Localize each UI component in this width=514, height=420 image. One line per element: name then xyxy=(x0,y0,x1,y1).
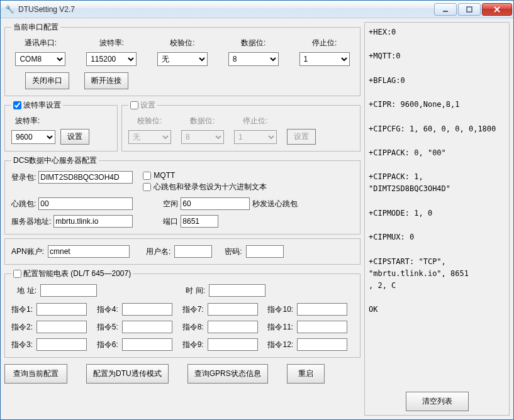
baud2-select[interactable]: 9600 xyxy=(11,130,55,144)
port-select[interactable]: COM8 xyxy=(15,52,65,66)
user-label: 用户名: xyxy=(146,246,170,257)
baud2-label: 波特率: xyxy=(11,116,40,126)
baud-config-group: 波特率设置 波特率: 9600 设置 xyxy=(4,100,118,152)
cmd2-label: 指令2: xyxy=(11,322,33,333)
meter-group: 配置智能电表 (DL/T 645—2007) 地 址: 时 间: 指令1: 指令… xyxy=(4,268,360,358)
login-input[interactable] xyxy=(38,171,133,184)
cmd11-input[interactable] xyxy=(297,321,347,333)
stop2-select: 1 xyxy=(234,130,277,144)
time-input[interactable] xyxy=(209,284,265,297)
reboot-button[interactable]: 重启 xyxy=(287,364,325,384)
meter-checkbox[interactable] xyxy=(13,270,21,278)
hex-check-row[interactable]: 心跳包和登录包设为十六进制文本 xyxy=(143,182,267,192)
cmd3-input[interactable] xyxy=(36,338,87,351)
port-label: 通讯串口: xyxy=(25,38,57,48)
serial-config-group: 当前串口配置 通讯串口: COM8 波特率: 115200 校验位: 无 xyxy=(4,22,360,96)
apn-group: APN账户: 用户名: 密码: xyxy=(4,238,360,265)
cmd6-label: 指令6: xyxy=(97,340,118,350)
cmd2-input[interactable] xyxy=(36,321,87,333)
login-label: 登录包: xyxy=(11,172,36,183)
baud-label: 波特率: xyxy=(99,38,124,48)
cmd9-input[interactable] xyxy=(208,338,258,351)
parity-select[interactable]: 无 xyxy=(157,52,208,66)
settings-group: 设置 校验位: 数据位: 停止位: 无 8 1 设置 xyxy=(121,100,360,152)
minimize-button[interactable] xyxy=(434,3,457,16)
cmd11-label: 指令11: xyxy=(267,322,293,333)
dcs-group: DCS数据中心服务器配置 登录包: MQTT 心跳包和登录包设为十六进制 xyxy=(4,155,360,235)
cmd5-input[interactable] xyxy=(122,321,172,333)
heartbeat-input[interactable] xyxy=(38,197,133,210)
pass-input[interactable] xyxy=(246,245,284,258)
baud-config-checkbox[interactable] xyxy=(13,101,21,109)
stop-label: 停止位: xyxy=(312,38,337,48)
right-panel: +HEX:0 +MQTT:0 +BFLAG:0 +CIPR: 9600,None… xyxy=(364,22,510,416)
parity2-label: 校验位: xyxy=(128,116,171,126)
hex-label: 心跳包和登录包设为十六进制文本 xyxy=(154,182,267,192)
cmd10-label: 指令10: xyxy=(267,304,293,315)
settings-set-button: 设置 xyxy=(287,129,316,145)
titlebar: 🔧 DTUSetting V2.7 xyxy=(1,1,513,18)
serial-config-legend: 当前串口配置 xyxy=(11,22,60,33)
port-label2: 端口 xyxy=(163,216,178,227)
close-port-button[interactable]: 关闭串口 xyxy=(25,72,69,89)
cmd4-input[interactable] xyxy=(122,303,172,316)
heartbeat-label: 心跳包: xyxy=(11,199,36,209)
server-label: 服务器地址: xyxy=(11,216,51,227)
server-input[interactable] xyxy=(53,215,133,228)
cmd1-label: 指令1: xyxy=(11,304,33,315)
cmd4-label: 指令4: xyxy=(97,304,118,315)
data2-label: 数据位: xyxy=(181,116,224,126)
stop-select[interactable]: 1 xyxy=(299,52,350,66)
idle-input[interactable] xyxy=(181,197,250,210)
wrench-icon: 🔧 xyxy=(4,4,14,14)
idle-label: 空闲 xyxy=(163,199,178,209)
data-select[interactable]: 8 xyxy=(228,52,279,66)
cmd9-label: 指令9: xyxy=(182,340,204,350)
log-output: +HEX:0 +MQTT:0 +BFLAG:0 +CIPR: 9600,None… xyxy=(369,26,505,388)
set-dtu-button[interactable]: 配置为DTU透传模式 xyxy=(86,364,169,384)
cmd6-input[interactable] xyxy=(122,338,172,351)
apn-label: APN账户: xyxy=(11,246,44,257)
cmd7-input[interactable] xyxy=(208,303,258,316)
mqtt-checkbox[interactable] xyxy=(143,172,151,180)
disconnect-button[interactable]: 断开连接 xyxy=(84,72,128,89)
settings-legend: 设置 xyxy=(128,100,157,111)
baud-set-button[interactable]: 设置 xyxy=(60,129,89,145)
close-button[interactable] xyxy=(482,3,512,16)
cmd7-label: 指令7: xyxy=(182,304,204,315)
stop2-label: 停止位: xyxy=(234,116,277,126)
cmd5-label: 指令5: xyxy=(97,322,118,333)
data-label: 数据位: xyxy=(241,38,265,48)
svg-rect-1 xyxy=(467,7,472,12)
cmd12-label: 指令12: xyxy=(267,340,293,350)
cmd10-input[interactable] xyxy=(297,303,347,316)
maximize-button[interactable] xyxy=(458,3,481,16)
meter-cmd-grid: 指令1: 指令4: 指令7: 指令10: 指令2: 指令5: 指令8: 指令11… xyxy=(11,303,354,351)
cmd12-input[interactable] xyxy=(297,338,347,351)
cmd1-input[interactable] xyxy=(36,303,87,316)
baud-select[interactable]: 115200 xyxy=(86,52,137,66)
user-input[interactable] xyxy=(174,245,212,258)
content-area: 当前串口配置 通讯串口: COM8 波特率: 115200 校验位: 无 xyxy=(1,18,513,419)
settings-checkbox[interactable] xyxy=(130,101,138,109)
window-title: DTUSetting V2.7 xyxy=(18,5,433,14)
addr-input[interactable] xyxy=(40,284,97,297)
port-input[interactable] xyxy=(181,215,218,228)
parity-label: 校验位: xyxy=(170,38,194,48)
mqtt-check-row[interactable]: MQTT xyxy=(143,171,267,180)
clear-list-button[interactable]: 清空列表 xyxy=(406,392,469,411)
dcs-legend: DCS数据中心服务器配置 xyxy=(11,155,99,166)
cmd8-label: 指令8: xyxy=(182,322,204,333)
query-config-button[interactable]: 查询当前配置 xyxy=(4,364,67,384)
apn-input[interactable] xyxy=(48,245,130,258)
hex-checkbox[interactable] xyxy=(143,183,151,191)
time-label: 时 间: xyxy=(180,285,205,296)
addr-label: 地 址: xyxy=(11,285,36,296)
window-buttons xyxy=(433,3,512,16)
meter-legend: 配置智能电表 (DL/T 645—2007) xyxy=(11,268,133,279)
query-gprs-button[interactable]: 查询GPRS状态信息 xyxy=(187,364,268,384)
cmd8-input[interactable] xyxy=(208,321,258,333)
idle-suffix: 秒发送心跳包 xyxy=(252,199,298,209)
parity2-select: 无 xyxy=(128,130,171,144)
pass-label: 密码: xyxy=(225,246,242,257)
